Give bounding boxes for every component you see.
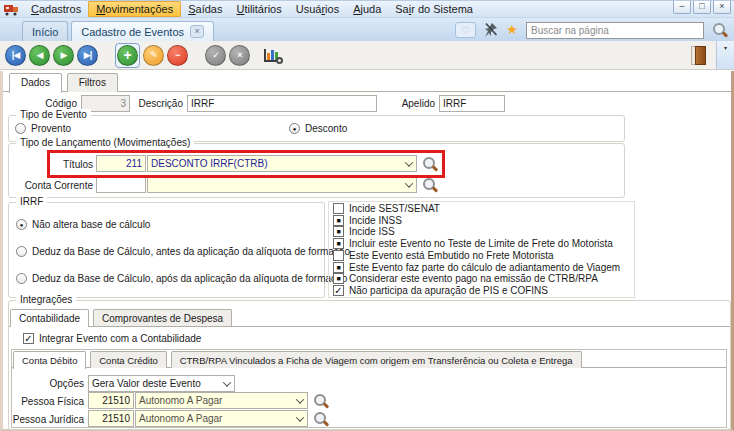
tipo-de-lancamento-group: Tipo de Lançamento (Movimentações) Títul… — [8, 143, 625, 198]
radio-desconto[interactable]: ● Desconto — [289, 123, 347, 134]
apelido-field[interactable]: IRRF — [439, 95, 505, 112]
radio-deduz-apos[interactable]: Deduz da Base de Cálculo, após da aplica… — [16, 273, 347, 284]
favorite-star-icon[interactable]: ★ — [506, 23, 518, 37]
form-tabs: Dados Filtros — [3, 72, 731, 92]
conta-tabs: Conta Débito Conta Crédito CTRB/RPA Vinc… — [12, 350, 726, 368]
pessoa-fisica-lookup-icon[interactable] — [313, 393, 329, 409]
pessoa-juridica-code-field[interactable]: 21510 — [88, 410, 134, 427]
next-record-button[interactable]: ▶ — [53, 45, 74, 66]
menu-cadastros[interactable]: Cadastros — [24, 1, 88, 17]
cadastro-eventos-form: Dados Filtros Código 3 Descrição IRRF Ap… — [0, 71, 734, 431]
pessoa-juridica-lookup-icon[interactable] — [313, 411, 329, 427]
exit-door-icon[interactable] — [691, 46, 706, 65]
menu-utilitarios[interactable]: Utilitários — [229, 1, 288, 17]
pessoa-juridica-select[interactable]: Autonomo A Pagar — [135, 410, 308, 427]
previous-record-button[interactable]: ◀ — [29, 45, 50, 66]
record-toolbar: |◀ ◀ ▶ ▶| + ✎ − ✓ × ▾ — [0, 41, 734, 70]
checkbox-integrar-contabilidade[interactable]: ✓ Integrar Evento com a Contabilidade — [23, 333, 201, 344]
tab-close-icon[interactable]: × — [190, 25, 204, 38]
apelido-label: Apelido — [397, 98, 435, 109]
chevron-down-icon[interactable] — [402, 157, 415, 170]
checkbox-incide-sest-senat[interactable]: Incide SEST/SENAT — [333, 203, 634, 214]
tab-contabilidade[interactable]: Contabilidade — [10, 309, 89, 327]
tab-conta-debito[interactable]: Conta Débito — [13, 351, 86, 369]
checkbox-pis-cofins[interactable]: ✓Não participa da apuração de PIS e COFI… — [333, 285, 634, 296]
gear-icon — [276, 57, 283, 64]
favorites-heart-icon[interactable]: ♡ — [455, 22, 476, 38]
tab-dados[interactable]: Dados — [9, 73, 62, 93]
search-icon[interactable] — [712, 22, 728, 38]
confirm-button[interactable]: ✓ — [205, 45, 226, 66]
tab-filtros[interactable]: Filtros — [67, 73, 118, 92]
checkbox-incide-inss[interactable]: ■Incide INSS — [333, 215, 634, 226]
pessoa-juridica-label: Pessoa Jurídica — [12, 414, 84, 425]
titulos-code-field[interactable]: 211 — [96, 155, 146, 172]
unpin-icon[interactable] — [484, 22, 498, 38]
search-input[interactable] — [526, 22, 704, 39]
conta-corrente-label: Conta Corrente — [11, 180, 93, 191]
restore-button[interactable]: □ — [693, 1, 711, 14]
pessoa-fisica-select[interactable]: Autonomo A Pagar — [135, 392, 308, 409]
checkbox-embutido-frete[interactable]: Este Evento está Embutido no Frete Motor… — [333, 250, 634, 261]
minimize-button[interactable]: – — [673, 1, 691, 14]
first-record-button[interactable]: |◀ — [5, 45, 26, 66]
menu-sair-do-sistema[interactable]: Sair do Sistema — [388, 1, 480, 17]
window-controls: – □ × — [673, 1, 731, 14]
tab-cadastro-de-eventos[interactable]: Cadastro de Eventos × — [71, 21, 214, 41]
tab-bar-tools: ♡ ★ — [455, 21, 728, 39]
add-button-focus-ring: + — [115, 43, 140, 68]
descricao-label: Descrição — [135, 98, 183, 109]
cancel-button[interactable]: × — [229, 45, 250, 66]
toolbar-overflow-strip[interactable]: ▾ — [716, 41, 734, 69]
menu-ajuda[interactable]: Ajuda — [346, 1, 388, 17]
tab-comprovantes-de-despesa[interactable]: Comprovantes de Despesa — [93, 309, 232, 326]
add-record-button[interactable]: + — [117, 45, 138, 66]
app-window: Cadastros Movimentações Saídas Utilitári… — [0, 0, 734, 431]
titulos-select[interactable]: DESCONTO IRRF(CTRB) — [147, 155, 417, 172]
irrf-legend: IRRF — [16, 196, 47, 207]
edit-record-button[interactable]: ✎ — [143, 45, 164, 66]
integracoes-group: Integrações Contabilidade Comprovantes d… — [8, 300, 731, 430]
chevron-down-icon[interactable] — [293, 412, 306, 425]
checkbox-incide-iss[interactable]: ■Incide ISS — [333, 226, 634, 237]
radio-nao-altera-base[interactable]: ● Não altera base de cálculo — [16, 219, 150, 230]
irrf-group: IRRF ● Não altera base de cálculo Deduz … — [8, 202, 325, 298]
pessoa-fisica-code-field[interactable]: 21510 — [88, 392, 134, 409]
menu-bar: Cadastros Movimentações Saídas Utilitári… — [0, 1, 734, 18]
opcoes-label: Opções — [38, 378, 84, 389]
tipo-de-evento-legend: Tipo de Evento — [16, 109, 91, 120]
radio-deduz-antes[interactable]: Deduz da Base de Cálculo, antes da aplic… — [16, 246, 350, 257]
chart-settings-icon[interactable] — [263, 46, 283, 64]
radio-provento[interactable]: Provento — [15, 123, 71, 134]
checkbox-pago-emissao-ctrb[interactable]: ■Considerar este evento pago na emissão … — [333, 273, 634, 284]
tab-conta-credito[interactable]: Conta Crédito — [90, 351, 167, 368]
opcoes-select[interactable]: Gera Valor deste Evento — [88, 375, 235, 392]
chevron-down-icon[interactable] — [402, 178, 415, 191]
conta-corrente-code-field[interactable] — [96, 176, 146, 193]
menu-saidas[interactable]: Saídas — [181, 1, 229, 17]
close-button[interactable]: × — [713, 1, 731, 14]
event-flags-panel: Incide SEST/SENAT ■Incide INSS ■Incide I… — [328, 201, 635, 298]
tab-inicio[interactable]: Início — [22, 21, 68, 41]
pessoa-fisica-label: Pessoa Física — [18, 396, 84, 407]
app-logo-icon — [3, 3, 20, 16]
checkbox-adiantamento-viagem[interactable]: ■Este Evento faz parte do cálculo de adi… — [333, 262, 634, 273]
chevron-down-icon[interactable] — [293, 394, 306, 407]
tipo-de-lancamento-legend: Tipo de Lançamento (Movimentações) — [16, 137, 194, 148]
titulos-lookup-icon[interactable] — [422, 156, 438, 172]
conta-panel: Conta Débito Conta Crédito CTRB/RPA Vinc… — [11, 349, 727, 428]
document-tab-bar: Início Cadastro de Eventos × ♡ ★ — [0, 18, 734, 41]
delete-record-button[interactable]: − — [167, 45, 188, 66]
integracoes-tabs: Contabilidade Comprovantes de Despesa — [9, 308, 730, 327]
chevron-down-icon[interactable] — [220, 377, 233, 390]
conta-corrente-lookup-icon[interactable] — [422, 177, 438, 193]
tab-ctrb-rpa-vinculados[interactable]: CTRB/RPA Vinculados a Ficha de Viagem co… — [171, 351, 582, 368]
menu-usuarios[interactable]: Usuários — [289, 1, 346, 17]
codigo-label: Código — [29, 98, 77, 109]
checkbox-teste-limite-frete[interactable]: ■Incluir este Evento no Teste de Limite … — [333, 238, 634, 249]
menu-movimentacoes[interactable]: Movimentações — [88, 1, 181, 17]
conta-corrente-select[interactable] — [147, 176, 417, 193]
integracoes-legend: Integrações — [16, 294, 76, 305]
last-record-button[interactable]: ▶| — [77, 45, 98, 66]
descricao-field[interactable]: IRRF — [187, 95, 377, 112]
